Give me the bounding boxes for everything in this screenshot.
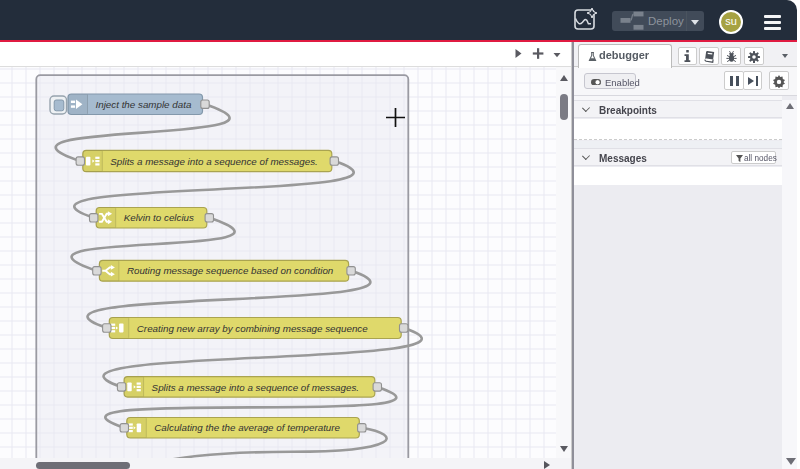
svg-text:Kelvin to celcius: Kelvin to celcius bbox=[124, 212, 194, 223]
svg-text:Routing message sequence based: Routing message sequence based on condit… bbox=[127, 265, 333, 276]
svg-text:Calculating the the average of: Calculating the the average of temperatu… bbox=[154, 422, 340, 433]
svg-text:Splits a message into a sequen: Splits a message into a sequence of mess… bbox=[110, 156, 317, 167]
svg-text:Splits a message into a sequen: Splits a message into a sequence of mess… bbox=[152, 382, 360, 393]
svg-text:Creating new array by combinin: Creating new array by combining message … bbox=[137, 323, 368, 334]
svg-text:Inject the sample data: Inject the sample data bbox=[96, 99, 192, 110]
